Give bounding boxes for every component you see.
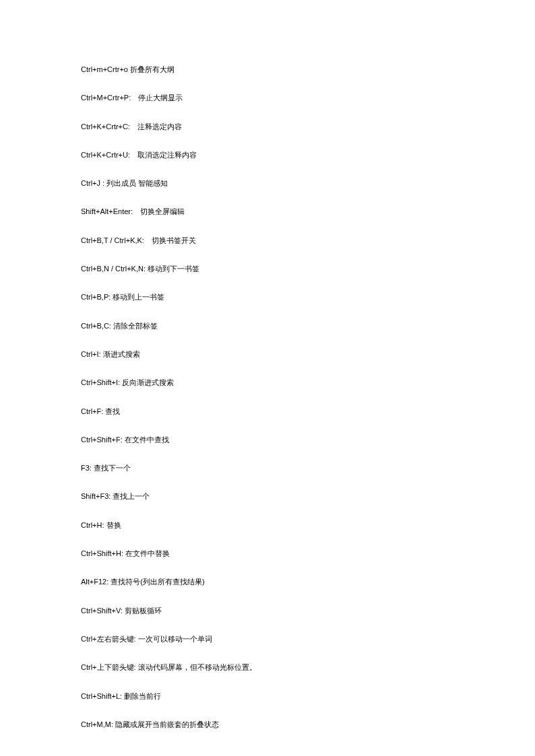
- shortcut-description: 在文件中查找: [125, 436, 169, 444]
- shortcut-key: Ctrl+I:: [81, 350, 101, 358]
- shortcut-item: Ctrl+K+Crtr+U: 取消选定注释内容: [81, 150, 535, 160]
- shortcut-key: Ctrl+Shift+F:: [81, 436, 123, 444]
- shortcut-description: 取消选定注释内容: [137, 151, 197, 159]
- shortcut-key: Ctrl+M,M:: [81, 720, 113, 728]
- shortcut-key: Ctrl+Shift+L:: [81, 692, 122, 700]
- shortcut-description: 查找上一个: [113, 492, 150, 500]
- shortcut-key: Ctrl+B,C:: [81, 322, 111, 330]
- shortcut-item: Ctrl+J : 列出成员 智能感知: [81, 178, 535, 188]
- shortcut-item: Ctrl+B,P: 移动到上一书签: [81, 292, 535, 302]
- shortcut-key: Ctrl+J :: [81, 179, 104, 187]
- shortcut-item: Ctrl+I: 渐进式搜索: [81, 349, 535, 359]
- shortcut-item: Ctrl+上下箭头键: 滚动代码屏幕，但不移动光标位置。: [81, 662, 535, 672]
- shortcut-item: Ctrl+F: 查找: [81, 407, 535, 416]
- shortcut-item: Shift+Alt+Enter: 切换全屏编辑: [81, 207, 535, 216]
- shortcut-item: Ctrl+Shift+F: 在文件中查找: [81, 435, 535, 444]
- shortcut-key: Ctrl+Shift+V:: [81, 607, 123, 615]
- shortcut-item: Ctrl+左右箭头键: 一次可以移动一个单词: [81, 634, 535, 644]
- shortcut-description: 停止大纲显示: [138, 94, 183, 102]
- shortcut-item: Ctrl+M,M: 隐藏或展开当前嵌套的折叠状态: [81, 720, 535, 729]
- shortcut-description: 渐进式搜索: [103, 350, 140, 358]
- shortcut-key: Ctrl+F:: [81, 407, 103, 415]
- shortcut-item: Shift+F3: 查找上一个: [81, 491, 535, 501]
- shortcut-description: 折叠所有大纲: [130, 65, 175, 73]
- shortcut-item: Ctrl+B,C: 清除全部标签: [81, 321, 535, 331]
- shortcut-key: Ctrl+B,N / Ctrl+K,N:: [81, 265, 146, 273]
- shortcut-key: Ctrl+K+Crtr+U:: [81, 151, 130, 159]
- shortcuts-list: Ctrl+m+Crtr+o 折叠所有大纲Ctrl+M+Crtr+P: 停止大纲显…: [81, 65, 535, 729]
- shortcut-key: Ctrl+左右箭头键:: [81, 635, 136, 643]
- shortcut-key: Ctrl+B,T / Ctrl+K,K:: [81, 236, 144, 244]
- shortcut-description: 隐藏或展开当前嵌套的折叠状态: [115, 720, 219, 728]
- shortcut-item: Ctrl+m+Crtr+o 折叠所有大纲: [81, 65, 535, 74]
- shortcut-item: Ctrl+B,N / Ctrl+K,N: 移动到下一书签: [81, 264, 535, 273]
- shortcut-description: 切换全屏编辑: [140, 207, 185, 215]
- shortcut-description: 切换书签开关: [152, 236, 196, 244]
- shortcut-key: Ctrl+H:: [81, 521, 104, 529]
- shortcut-item: Ctrl+Shift+L: 删除当前行: [81, 691, 535, 701]
- shortcut-item: Ctrl+B,T / Ctrl+K,K: 切换书签开关: [81, 236, 535, 245]
- shortcut-key: Ctrl+Shift+I:: [81, 378, 120, 386]
- shortcut-key: Ctrl+上下箭头键:: [81, 663, 136, 671]
- shortcut-key: Ctrl+m+Crtr+o: [81, 65, 128, 73]
- shortcut-item: Ctrl+Shift+I: 反向渐进式搜索: [81, 378, 535, 387]
- shortcut-description: 一次可以移动一个单词: [138, 635, 212, 643]
- shortcut-item: Ctrl+K+Crtr+C: 注释选定内容: [81, 122, 535, 131]
- shortcut-description: 滚动代码屏幕，但不移动光标位置。: [138, 663, 257, 671]
- shortcut-key: Ctrl+B,P:: [81, 293, 111, 301]
- shortcut-item: Alt+F12: 查找符号(列出所有查找结果): [81, 577, 535, 586]
- shortcut-item: Ctrl+M+Crtr+P: 停止大纲显示: [81, 93, 535, 102]
- shortcut-description: 列出成员 智能感知: [106, 179, 168, 187]
- shortcut-key: Ctrl+Shift+H:: [81, 549, 123, 557]
- shortcut-description: 查找: [105, 407, 120, 415]
- shortcut-description: 移动到上一书签: [113, 293, 164, 301]
- shortcut-key: Shift+F3:: [81, 492, 111, 500]
- shortcut-key: Shift+Alt+Enter:: [81, 207, 133, 215]
- shortcut-key: F3:: [81, 464, 92, 472]
- shortcut-description: 剪贴板循环: [125, 607, 162, 615]
- shortcut-item: Ctrl+Shift+H: 在文件中替换: [81, 549, 535, 558]
- shortcut-item: Ctrl+H: 替换: [81, 520, 535, 530]
- shortcut-key: Ctrl+K+Crtr+C:: [81, 123, 130, 131]
- shortcut-description: 查找符号(列出所有查找结果): [111, 578, 204, 586]
- shortcut-description: 查找下一个: [94, 464, 131, 472]
- shortcut-description: 替换: [106, 521, 121, 529]
- shortcut-item: F3: 查找下一个: [81, 463, 535, 473]
- shortcut-description: 删除当前行: [124, 692, 161, 700]
- shortcut-key: Alt+F12:: [81, 578, 108, 586]
- shortcut-key: Ctrl+M+Crtr+P:: [81, 94, 131, 102]
- shortcut-description: 注释选定内容: [137, 123, 182, 131]
- shortcut-description: 移动到下一书签: [148, 265, 199, 273]
- shortcut-description: 清除全部标签: [113, 322, 158, 330]
- shortcut-item: Ctrl+Shift+V: 剪贴板循环: [81, 606, 535, 615]
- shortcut-description: 在文件中替换: [125, 549, 170, 557]
- shortcut-description: 反向渐进式搜索: [122, 378, 174, 386]
